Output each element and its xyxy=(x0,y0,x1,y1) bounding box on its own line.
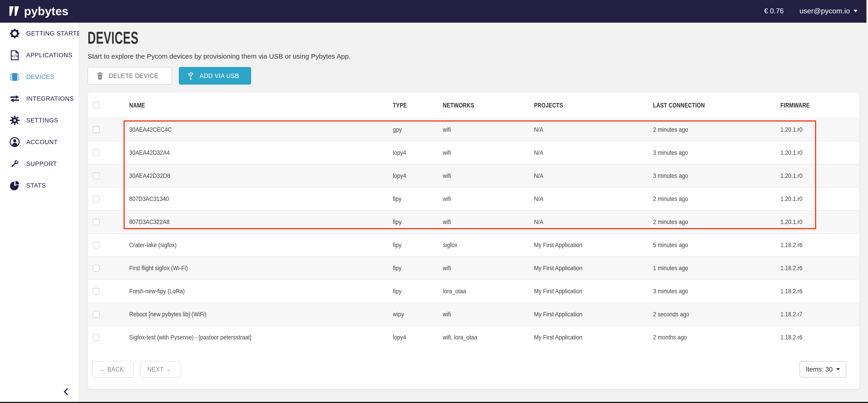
device-name: Fresh-new-fipy (LoRa) xyxy=(129,288,185,295)
device-projects: My First Application xyxy=(534,265,583,272)
select-all-checkbox[interactable] xyxy=(93,102,99,108)
column-header-type: TYPE xyxy=(393,102,443,109)
row-checkbox-cell xyxy=(88,195,129,202)
device-projects: My First Application xyxy=(534,242,583,249)
device-last-connection: 5 minutes ago xyxy=(653,242,688,249)
table-header-row: NAME TYPE NETWORKS PROJECTS LAST CONNECT… xyxy=(88,93,859,118)
device-name: Sigfox-test (with Pysense) - [pastoor pe… xyxy=(129,334,251,341)
device-networks: wifi xyxy=(443,311,451,318)
usb-icon xyxy=(186,71,195,80)
device-firmware: 1.18.2.r6 xyxy=(780,265,802,272)
row-checkbox[interactable] xyxy=(93,242,99,248)
row-checkbox[interactable] xyxy=(93,288,99,294)
row-checkbox[interactable] xyxy=(93,265,99,272)
brand[interactable]: pybytes xyxy=(9,4,68,18)
sidebar-item-support[interactable]: SUPPORT xyxy=(0,153,79,175)
row-checkbox[interactable] xyxy=(93,311,99,318)
sidebar-item-label: SETTINGS xyxy=(26,117,58,124)
sidebar-item-settings[interactable]: SETTINGS xyxy=(0,110,79,131)
delete-device-button[interactable]: DELETE DEVICE xyxy=(88,67,172,85)
sidebar-item-label: DEVICES xyxy=(26,73,54,81)
device-projects: N/A xyxy=(534,218,543,226)
row-checkbox[interactable] xyxy=(93,219,99,225)
device-firmware: 1.20.1.r0 xyxy=(780,149,802,156)
device-firmware: 1.20.1.r0 xyxy=(780,172,802,180)
device-type: wipy xyxy=(393,311,404,318)
user-email: user@pycom.io xyxy=(800,7,850,15)
back-button[interactable]: ← BACK xyxy=(92,361,134,378)
device-row[interactable]: 30AEA42D32D8lopy4wifiN/A3 minutes ago1.2… xyxy=(88,164,859,187)
device-last-connection: 2 minutes ago xyxy=(653,218,688,226)
row-checkbox[interactable] xyxy=(93,173,99,179)
items-per-page-dropdown[interactable]: Items: 30 xyxy=(800,361,846,377)
device-row[interactable]: First flight sigfox (Wi-Fi)fipywifiMy Fi… xyxy=(88,256,859,279)
device-row[interactable]: Fresh-new-fipy (LoRa)fipylora_otaaMy Fir… xyxy=(88,279,859,303)
row-checkbox[interactable] xyxy=(93,149,99,156)
sidebar-item-integrations[interactable]: INTEGRATIONS xyxy=(0,88,79,110)
row-checkbox[interactable] xyxy=(93,195,99,202)
account-balance: € 0.76 xyxy=(764,7,784,15)
sidebar-item-label: STATS xyxy=(26,182,46,189)
device-firmware: 1.18.2.r7 xyxy=(780,311,802,318)
page-title: DEVICES xyxy=(88,29,859,46)
settings-gear-icon xyxy=(9,115,20,126)
device-networks: sigfox xyxy=(443,242,457,249)
sidebar-item-account[interactable]: ACCOUNT xyxy=(0,131,79,153)
sidebar-item-stats[interactable]: STATS xyxy=(0,175,79,196)
chevron-down-icon xyxy=(854,10,858,12)
device-networks: wifi xyxy=(443,218,451,226)
device-networks: wifi, lora_otaa xyxy=(443,334,477,341)
device-row[interactable]: 30AEA42CEC4CgpywifiN/A2 minutes ago1.20.… xyxy=(88,118,859,141)
trash-icon xyxy=(96,71,104,80)
column-header-name: NAME xyxy=(129,102,393,109)
device-firmware: 1.18.2.r6 xyxy=(780,334,802,341)
screen-bottom-edge xyxy=(0,402,868,403)
device-firmware: 1.20.1.r0 xyxy=(780,218,802,226)
device-last-connection: 2 minutes ago xyxy=(653,126,688,133)
device-row[interactable]: Reboot [new pybytes lib] (WiFi)wipywifiM… xyxy=(88,303,859,326)
scrollbar-track[interactable] xyxy=(866,0,868,403)
brand-name: pybytes xyxy=(24,4,68,18)
page-description: Start to explore the Pycom devices by pr… xyxy=(88,53,859,60)
device-type: fipy xyxy=(393,195,401,203)
sidebar-collapse-button[interactable] xyxy=(62,387,71,397)
device-projects: My First Application xyxy=(534,334,583,341)
device-networks: wifi xyxy=(443,195,451,203)
main-content: DEVICES Start to explore the Pycom devic… xyxy=(79,23,868,403)
app-body: GETTING STARTEDAPPLICATIONSDEVICESINTEGR… xyxy=(0,23,868,403)
device-type: fipy xyxy=(393,242,401,249)
device-type: fipy xyxy=(393,265,401,272)
row-checkbox-cell xyxy=(88,311,129,318)
device-type: fipy xyxy=(393,288,401,295)
device-networks: wifi xyxy=(443,126,451,133)
sidebar: GETTING STARTEDAPPLICATIONSDEVICESINTEGR… xyxy=(0,23,79,403)
sidebar-item-applications[interactable]: APPLICATIONS xyxy=(0,44,79,66)
device-row[interactable]: 30AEA42D32A4lopy4wifiN/A3 minutes ago1.2… xyxy=(88,141,859,164)
device-name: Crater-lake (sigfox) xyxy=(129,242,177,249)
sidebar-item-getting-started[interactable]: GETTING STARTED xyxy=(0,23,79,44)
device-last-connection: 2 seconds ago xyxy=(653,311,689,318)
device-firmware: 1.18.2.r6 xyxy=(780,288,802,295)
row-checkbox-cell xyxy=(88,219,129,225)
sidebar-item-label: SUPPORT xyxy=(26,160,57,167)
device-row[interactable]: 807D3AC31340fipywifiN/A2 minutes ago1.20… xyxy=(88,187,859,210)
device-type: fipy xyxy=(393,218,401,226)
device-name: 30AEA42CEC4C xyxy=(129,126,172,133)
row-checkbox[interactable] xyxy=(93,334,99,341)
getting-started-icon xyxy=(9,28,20,39)
chevron-down-icon xyxy=(836,368,840,370)
device-last-connection: 3 minutes ago xyxy=(653,149,688,156)
devices-table-card: NAME TYPE NETWORKS PROJECTS LAST CONNECT… xyxy=(88,92,859,389)
device-row[interactable]: Crater-lake (sigfox)fipysigfoxMy First A… xyxy=(88,233,859,256)
device-last-connection: 2 months ago xyxy=(653,334,687,341)
device-type: gpy xyxy=(393,126,402,133)
sidebar-item-devices[interactable]: DEVICES xyxy=(0,66,79,88)
user-menu[interactable]: user@pycom.io xyxy=(800,7,858,15)
row-checkbox-cell xyxy=(88,149,129,156)
device-row[interactable]: 807D3AC322A8fipywifiN/A2 minutes ago1.20… xyxy=(88,210,859,233)
row-checkbox[interactable] xyxy=(93,126,99,133)
add-via-usb-button[interactable]: ADD VIA USB xyxy=(179,67,251,85)
next-button[interactable]: NEXT → xyxy=(140,361,181,378)
device-firmware: 1.20.1.r0 xyxy=(780,195,802,203)
device-row[interactable]: Sigfox-test (with Pysense) - [pastoor pe… xyxy=(88,326,859,349)
